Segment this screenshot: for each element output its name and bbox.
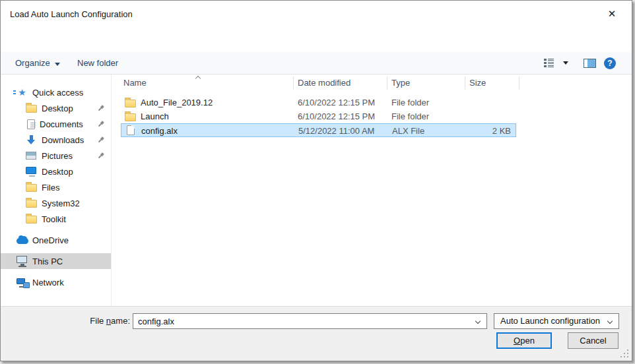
sidebar-item-system32[interactable]: System32: [1, 195, 111, 211]
file-size: 2 KB: [451, 124, 511, 138]
picture-icon: [26, 152, 36, 160]
file-type-select[interactable]: Auto Launch configuration: [494, 313, 619, 329]
folder-icon: [26, 216, 37, 224]
close-button[interactable]: ✕: [599, 5, 625, 23]
preview-pane-button[interactable]: [584, 59, 596, 68]
document-icon: [27, 119, 35, 129]
help-button[interactable]: ?: [604, 57, 616, 69]
file-name-combo: [133, 313, 487, 329]
sidebar-item-onedrive[interactable]: OneDrive: [1, 232, 111, 248]
sidebar-item-label: Files: [42, 183, 59, 193]
file-date-modified: 6/10/2022 12:15 PM: [298, 96, 375, 109]
sidebar-item-label: Desktop: [42, 167, 73, 177]
column-header-name[interactable]: Name: [123, 75, 147, 92]
sidebar-item-label: Downloads: [42, 135, 84, 145]
file-name-input[interactable]: [134, 315, 471, 328]
file-row-auto-file[interactable]: Auto_File_2019.12 6/10/2022 12:15 PM Fil…: [121, 96, 516, 109]
file-dialog-window: Load Auto Launch Configuration ✕ ← → ↑ T…: [0, 0, 632, 361]
desktop-monitor-icon: [26, 167, 36, 174]
navigation-sidebar: ★ Quick access Desktop Documents Downloa…: [1, 75, 112, 306]
column-header-type[interactable]: Type: [391, 75, 410, 92]
resize-grip[interactable]: [620, 349, 628, 357]
file-row-launch[interactable]: Launch 6/10/2022 12:15 PM File folder: [121, 109, 516, 123]
onedrive-cloud-icon: [17, 238, 28, 244]
new-folder-button[interactable]: New folder: [77, 52, 118, 74]
folder-icon: [26, 184, 37, 192]
sidebar-item-label: Documents: [40, 119, 83, 129]
file-type: File folder: [391, 96, 429, 109]
chevron-down-icon: [607, 318, 613, 324]
sidebar-item-this-pc[interactable]: This PC: [1, 253, 111, 269]
organize-button[interactable]: Organize: [15, 52, 60, 74]
file-row-config-selected[interactable]: config.alx 5/12/2022 11:00 AM ALX File 2…: [121, 123, 516, 137]
help-icon: ?: [607, 59, 612, 68]
file-date-modified: 5/12/2022 11:00 AM: [298, 124, 374, 138]
file-name-label: File name:: [1, 316, 130, 326]
pin-icon: [96, 151, 106, 160]
sidebar-item-label: Quick access: [32, 88, 83, 98]
change-view-button[interactable]: [544, 59, 554, 71]
sidebar-item-documents[interactable]: Documents: [1, 116, 111, 132]
chevron-down-icon[interactable]: [475, 318, 481, 324]
organize-label: Organize: [15, 58, 50, 68]
file-icon: [127, 125, 135, 135]
folder-icon: [26, 200, 37, 208]
sidebar-item-downloads[interactable]: Downloads: [1, 132, 111, 148]
sidebar-item-desktop[interactable]: Desktop: [1, 164, 111, 179]
download-arrow-icon: [26, 135, 37, 145]
folder-icon: [125, 113, 136, 121]
sidebar-item-label: Network: [32, 278, 64, 288]
open-button[interactable]: Open: [496, 332, 552, 349]
pin-icon: [96, 119, 106, 129]
dialog-footer: File name: Auto Launch configuration Ope…: [1, 306, 632, 361]
file-name: config.alx: [141, 124, 178, 138]
computer-icon: [17, 256, 27, 263]
sidebar-item-pictures[interactable]: Pictures: [1, 148, 111, 164]
new-folder-label: New folder: [77, 58, 118, 68]
file-type: File folder: [391, 109, 429, 123]
sidebar-item-network[interactable]: Network: [1, 274, 111, 290]
sidebar-item-desktop-pinned[interactable]: Desktop: [1, 100, 111, 116]
file-type-value: Auto Launch configuration: [500, 316, 600, 326]
column-divider[interactable]: [519, 76, 519, 90]
column-divider[interactable]: [293, 76, 294, 90]
column-divider[interactable]: [387, 76, 387, 90]
file-list-pane: Name Date modified Type Size Auto_File_2…: [112, 75, 632, 306]
folder-icon: [26, 105, 37, 113]
title-bar: Load Auto Launch Configuration ✕: [1, 1, 632, 27]
view-dropdown-arrow-icon[interactable]: [563, 61, 568, 65]
column-divider[interactable]: [465, 76, 465, 90]
folder-icon: [125, 100, 136, 107]
command-bar: Organize New folder ?: [1, 52, 632, 75]
dropdown-arrow-icon: [55, 63, 60, 66]
cancel-label: Cancel: [580, 336, 606, 346]
network-icon: [17, 278, 25, 284]
cancel-button[interactable]: Cancel: [568, 332, 618, 349]
sidebar-item-label: Pictures: [42, 151, 73, 161]
window-title: Load Auto Launch Configuration: [10, 1, 133, 28]
navigation-bar: ← → ↑ This PC OSDisk (C:) SoftDocs ↻: [1, 27, 632, 52]
pin-icon: [96, 135, 106, 144]
sidebar-item-quick-access[interactable]: ★ Quick access: [1, 84, 111, 100]
sidebar-item-label: This PC: [32, 257, 63, 266]
sidebar-item-label: OneDrive: [32, 235, 69, 245]
file-date-modified: 6/10/2022 12:15 PM: [298, 109, 375, 123]
details-view-icon: [544, 59, 554, 68]
column-header-date-modified[interactable]: Date modified: [298, 75, 351, 92]
file-name: Auto_File_2019.12: [141, 96, 213, 109]
sort-ascending-icon: [195, 76, 201, 81]
close-icon: ✕: [608, 8, 617, 20]
file-name: Launch: [141, 109, 169, 123]
sidebar-item-label: Desktop: [42, 104, 73, 113]
sidebar-item-files[interactable]: Files: [1, 179, 111, 195]
quick-access-star-icon: ★: [17, 87, 28, 98]
sidebar-item-label: Toolkit: [42, 214, 66, 224]
column-header-size[interactable]: Size: [469, 75, 486, 92]
file-type: ALX File: [392, 124, 424, 138]
pin-icon: [96, 104, 106, 113]
sidebar-item-toolkit[interactable]: Toolkit: [1, 211, 111, 227]
sidebar-item-label: System32: [42, 198, 80, 208]
